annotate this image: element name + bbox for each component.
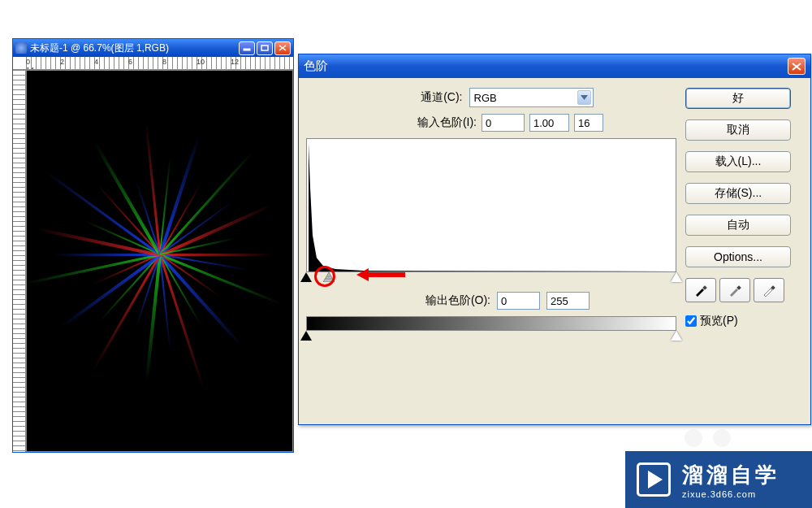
watermark-badge: 溜溜自学 zixue.3d66.com: [625, 451, 812, 508]
levels-dialog: 色阶 通道(C): RGB 输入色阶(I): 0 1.00: [298, 54, 811, 425]
preview-label: 预览(P): [700, 314, 738, 328]
close-button[interactable]: [788, 58, 806, 75]
document-title: 未标题-1 @ 66.7%(图层 1,RGB): [30, 41, 169, 55]
options-button[interactable]: Options...: [685, 246, 791, 267]
channel-label: 通道(C):: [390, 90, 463, 105]
play-icon: [637, 462, 671, 497]
white-point-slider[interactable]: [671, 272, 682, 282]
maximize-button[interactable]: [257, 41, 273, 55]
black-point-slider[interactable]: [300, 272, 312, 282]
eyedropper-white-icon[interactable]: [754, 278, 784, 302]
svg-marker-7: [323, 272, 335, 282]
input-gamma-field[interactable]: 1.00: [529, 114, 569, 132]
ruler-horizontal: 02468101214: [13, 57, 293, 70]
output-gradient: [306, 316, 676, 331]
document-titlebar[interactable]: 未标题-1 @ 66.7%(图层 1,RGB): [13, 39, 293, 57]
load-button[interactable]: 载入(L)...: [685, 151, 791, 172]
close-button[interactable]: [274, 41, 291, 55]
preview-checkbox[interactable]: ✔ 预览(P): [685, 314, 799, 328]
eyedropper-black-icon[interactable]: [685, 278, 716, 302]
channel-combobox[interactable]: RGB: [469, 88, 594, 107]
save-button[interactable]: 存储(S)...: [685, 183, 791, 204]
output-white-slider[interactable]: [671, 331, 682, 341]
output-levels-slider[interactable]: [306, 331, 676, 342]
preview-checkbox-input[interactable]: [685, 315, 697, 327]
starburst-ray: [159, 254, 280, 305]
cancel-button[interactable]: 取消: [685, 119, 791, 141]
document-window: 未标题-1 @ 66.7%(图层 1,RGB) 02468101214: [12, 38, 294, 453]
svg-rect-11: [736, 285, 741, 290]
starburst-ray: [160, 254, 274, 256]
minimize-button[interactable]: [239, 41, 255, 55]
output-white-field[interactable]: 255: [546, 292, 590, 310]
starburst-ray: [158, 254, 242, 346]
input-levels-slider[interactable]: [306, 272, 676, 284]
eyedropper-gray-icon[interactable]: [719, 278, 750, 302]
starburst-ray: [54, 254, 160, 256]
chevron-down-icon[interactable]: [577, 90, 591, 105]
input-white-field[interactable]: 16: [574, 114, 603, 132]
decorative-circle: [685, 429, 702, 447]
svg-marker-6: [581, 95, 588, 100]
gray-point-slider[interactable]: [323, 272, 335, 282]
output-black-slider[interactable]: [300, 331, 312, 341]
auto-button[interactable]: 自动: [685, 215, 791, 236]
svg-rect-10: [702, 285, 707, 290]
ok-button[interactable]: 好: [685, 88, 791, 109]
canvas[interactable]: [26, 70, 293, 452]
channel-value: RGB: [474, 92, 497, 104]
decorative-circle: [713, 429, 731, 447]
output-black-field[interactable]: 0: [497, 292, 540, 310]
output-levels-label: 输出色阶(O):: [393, 293, 490, 308]
ruler-vertical: [13, 70, 26, 452]
app-icon: [15, 42, 27, 54]
watermark-url: zixue.3d66.com: [682, 489, 780, 499]
svg-rect-1: [261, 46, 268, 50]
dialog-titlebar[interactable]: 色阶: [299, 54, 810, 78]
starburst-ray: [158, 151, 253, 255]
input-black-field[interactable]: 0: [482, 114, 525, 132]
input-levels-label: 输入色阶(I):: [379, 115, 477, 130]
svg-rect-0: [244, 49, 250, 50]
watermark-title: 溜溜自学: [682, 461, 780, 489]
histogram: [306, 138, 676, 272]
dialog-title: 色阶: [304, 59, 328, 74]
